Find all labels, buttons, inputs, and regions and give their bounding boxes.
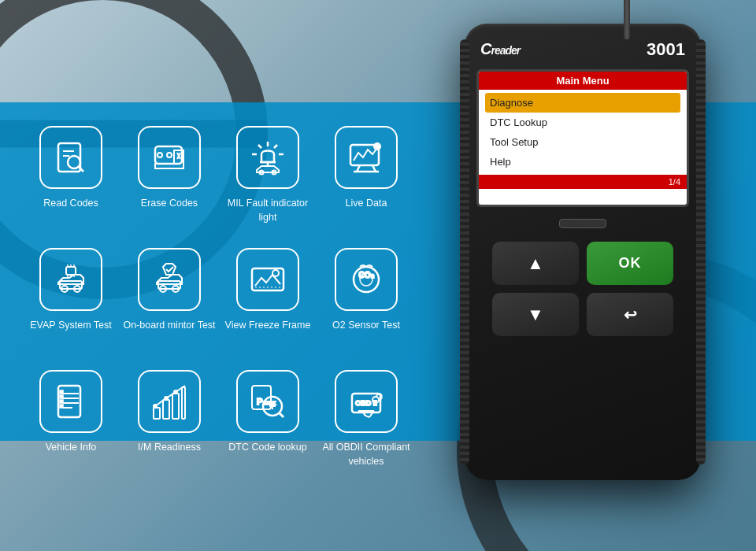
svg-line-62 bbox=[279, 412, 284, 417]
feature-erase-codes[interactable]: Erase Codes bbox=[122, 118, 217, 236]
feature-im[interactable]: I/M Readiness bbox=[122, 362, 217, 480]
svg-rect-28 bbox=[66, 267, 76, 275]
menu-diagnose[interactable]: Diagnose bbox=[485, 93, 680, 113]
btn-back[interactable]: ↩ bbox=[587, 293, 673, 336]
mil-fault-icon-box bbox=[236, 126, 299, 189]
brand-logo: Creader bbox=[480, 40, 520, 58]
svg-line-13 bbox=[258, 145, 261, 148]
btn-ok[interactable]: OK bbox=[587, 242, 673, 285]
brand-model: 3001 bbox=[647, 39, 685, 60]
svg-point-39 bbox=[272, 270, 279, 276]
freeze-label: View Freeze Frame bbox=[225, 319, 311, 333]
svg-point-1 bbox=[68, 156, 80, 168]
svg-point-24 bbox=[376, 145, 379, 148]
screen-footer: 1/4 bbox=[479, 175, 687, 189]
dtc-label: DTC Code lookup bbox=[228, 441, 306, 455]
vehicle-info-icon-box bbox=[39, 370, 102, 433]
svg-rect-54 bbox=[172, 394, 179, 419]
svg-rect-55 bbox=[182, 387, 185, 419]
mil-fault-label: MIL Fault indicator light bbox=[220, 197, 315, 224]
svg-text:P: P bbox=[257, 397, 262, 406]
svg-rect-48 bbox=[60, 390, 63, 394]
buttons-area: ▲ OK ▼ ↩ bbox=[476, 238, 689, 340]
read-codes-label: Read Codes bbox=[43, 197, 98, 211]
features-grid: Read Codes Erase Codes bbox=[24, 118, 441, 480]
live-data-label: Live Data bbox=[346, 197, 387, 211]
feature-onboard[interactable]: On-board mintor Test bbox=[122, 240, 217, 358]
vehicle-info-label: Vehicle Info bbox=[46, 441, 97, 455]
svg-rect-51 bbox=[60, 405, 63, 408]
freeze-icon-box bbox=[236, 248, 299, 311]
feature-dtc[interactable]: P xxxx DTC Code lookup bbox=[220, 362, 315, 480]
feature-mil-fault[interactable]: MIL Fault indicator light bbox=[220, 118, 315, 236]
evap-label: EVAP System Test bbox=[30, 319, 112, 333]
onboard-icon-box bbox=[138, 248, 201, 311]
device-brand-bar: Creader 3001 bbox=[476, 35, 689, 63]
svg-rect-49 bbox=[60, 395, 63, 398]
device-body: Creader 3001 Main Menu Diagnose DTC Look… bbox=[465, 24, 701, 480]
erase-codes-icon-box bbox=[138, 126, 201, 189]
o2-icon-box: CO₂ bbox=[335, 248, 398, 311]
svg-rect-50 bbox=[60, 400, 63, 403]
feature-freeze[interactable]: View Freeze Frame bbox=[220, 240, 315, 358]
feature-live-data[interactable]: Live Data bbox=[319, 118, 413, 236]
connector-port bbox=[559, 219, 606, 228]
feature-obdii[interactable]: OBD II All OBDII Compliant vehicles bbox=[319, 362, 413, 480]
svg-point-58 bbox=[174, 390, 177, 394]
feature-o2[interactable]: CO₂ O2 Sensor Test bbox=[319, 240, 413, 358]
btn-down[interactable]: ▼ bbox=[492, 293, 579, 336]
im-icon-box bbox=[138, 370, 201, 433]
screen-header: Main Menu bbox=[479, 72, 687, 90]
onboard-label: On-board mintor Test bbox=[123, 319, 215, 333]
menu-help[interactable]: Help bbox=[485, 152, 680, 172]
device-screen: Main Menu Diagnose DTC Lookup Tool Setup… bbox=[476, 69, 689, 207]
dtc-icon-box: P xxxx bbox=[236, 370, 299, 433]
feature-read-codes[interactable]: Read Codes bbox=[24, 118, 118, 236]
btn-up[interactable]: ▲ bbox=[492, 242, 579, 285]
svg-rect-52 bbox=[154, 408, 160, 419]
device-cable bbox=[624, 0, 630, 39]
svg-rect-53 bbox=[163, 400, 169, 419]
screen-menu: Diagnose DTC Lookup Tool Setup Help bbox=[479, 90, 687, 175]
device-container: Creader 3001 Main Menu Diagnose DTC Look… bbox=[457, 24, 709, 512]
obdii-icon-box: OBD II bbox=[335, 370, 398, 433]
feature-evap[interactable]: EVAP System Test bbox=[24, 240, 118, 358]
svg-point-56 bbox=[154, 405, 157, 408]
im-label: I/M Readiness bbox=[138, 441, 201, 455]
menu-tool-setup[interactable]: Tool Setup bbox=[485, 132, 680, 152]
svg-line-11 bbox=[274, 145, 277, 148]
read-codes-icon-box bbox=[39, 126, 102, 189]
svg-point-6 bbox=[158, 153, 162, 157]
svg-point-57 bbox=[165, 397, 168, 400]
feature-vehicle-info[interactable]: Vehicle Info bbox=[24, 362, 118, 480]
obdii-label: All OBDII Compliant vehicles bbox=[319, 441, 413, 468]
menu-dtc-lookup[interactable]: DTC Lookup bbox=[485, 113, 680, 132]
live-data-icon-box bbox=[335, 126, 398, 189]
svg-point-7 bbox=[167, 153, 172, 157]
erase-codes-label: Erase Codes bbox=[141, 197, 198, 211]
o2-label: O2 Sensor Test bbox=[332, 319, 400, 333]
evap-icon-box bbox=[39, 248, 102, 311]
